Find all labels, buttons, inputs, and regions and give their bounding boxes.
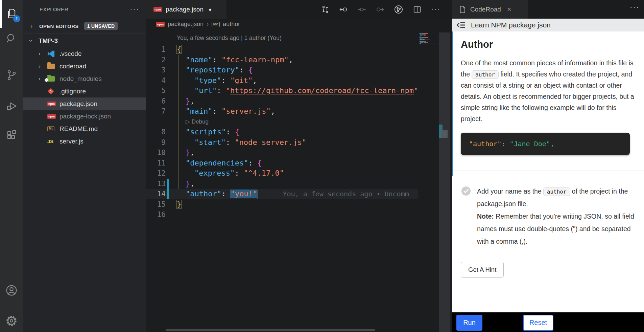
token-pun: : — [239, 66, 248, 74]
token-ybr: { — [177, 45, 181, 53]
dirty-indicator[interactable]: ● — [209, 6, 212, 12]
line-number: 13 — [146, 179, 166, 189]
task-item: Add your name as theauthorof the project… — [461, 185, 637, 248]
line-number: 12 — [146, 168, 166, 179]
line-number: 10 — [146, 148, 166, 158]
git-blame-header: You, a few seconds ago | 1 author (You) — [177, 35, 282, 42]
token-key: "repository" — [186, 66, 239, 74]
tree-item-package-json[interactable]: npmpackage.json — [23, 97, 146, 110]
lesson-content: Author One of the most common pieces of … — [452, 31, 644, 312]
breadcrumb: npm package.json › abc author — [146, 19, 452, 30]
code-line-6[interactable]: 6}, — [146, 96, 418, 107]
code-line-15[interactable]: 15} — [146, 199, 418, 210]
run-button[interactable]: Run — [456, 315, 482, 331]
folder-icon — [47, 64, 55, 69]
menu-collapse-icon[interactable] — [455, 19, 467, 31]
activity-account-button[interactable] — [0, 279, 23, 302]
reset-button[interactable]: Reset — [523, 315, 553, 331]
breadcrumb-file[interactable]: package.json — [168, 21, 204, 28]
panel-resize-sash[interactable] — [452, 31, 453, 176]
code-line-4[interactable]: 4"type": "git", — [146, 75, 418, 86]
code-line-1[interactable]: 1{ — [146, 44, 418, 55]
code-line-5[interactable]: 5"url": "https://github.com/coderoad/fcc… — [146, 86, 418, 96]
inline-git-blame: You, a few seconds ago • Uncomm — [283, 190, 409, 198]
vscode-icon — [47, 50, 55, 58]
line-number: 1 — [146, 44, 166, 55]
horizontal-scrollbar-handle[interactable] — [166, 329, 375, 331]
explorer-more-actions[interactable]: ··· — [130, 8, 139, 11]
token-pun: : — [212, 56, 221, 64]
activity-extensions-button[interactable] — [0, 124, 23, 147]
breadcrumb-symbol[interactable]: author — [223, 21, 240, 28]
tree-item-server-js[interactable]: JSserver.js — [23, 135, 146, 148]
tree-item--gitignore[interactable]: .gitignore — [23, 85, 146, 97]
tree-item--vscode[interactable]: ›.vscode — [23, 47, 146, 60]
code-comma: , — [550, 140, 554, 148]
workspace-root-row[interactable]: › TMP-3 — [23, 34, 146, 47]
activity-explorer-button[interactable]: 1 — [0, 2, 23, 25]
split-editor-icon[interactable] — [413, 5, 422, 14]
tree-item-readme-md[interactable]: M↓README.md — [23, 123, 146, 135]
token-pink: } — [186, 148, 190, 157]
code-line-9[interactable]: 9"start": "node server.js" — [146, 137, 418, 148]
navigate-forward-icon[interactable] — [376, 5, 384, 14]
minimap[interactable] — [418, 32, 439, 46]
token-key: "author" — [186, 190, 221, 198]
tree-item-node-modules[interactable]: ›node_modules — [23, 72, 146, 85]
vertical-scrollbar[interactable] — [439, 32, 450, 332]
codelens-debug: ▷ Debug — [169, 117, 418, 127]
token-pink: { — [257, 159, 262, 167]
more-actions-icon[interactable]: ··· — [431, 8, 440, 11]
code-line-3[interactable]: 3"repository": { — [146, 65, 418, 75]
workspace-root-label: TMP-3 — [39, 37, 58, 45]
code-value: "Jane Doe" — [509, 140, 550, 148]
close-icon[interactable]: × — [507, 5, 511, 14]
chevron-right-icon: › — [39, 63, 47, 70]
open-editors-section[interactable]: › OPEN EDITORS 1 UNSAVED — [23, 19, 146, 34]
chevron-down-icon: › — [27, 40, 34, 42]
task-text: Add your name as the — [477, 187, 542, 195]
example-code-block: "author": "Jane Doe", — [461, 133, 630, 155]
codelens-row[interactable]: ▷ Debug — [146, 117, 418, 127]
code-line-11[interactable]: 11"dependencies": { — [146, 158, 418, 169]
note-text: Remember that you’re writing JSON, so al… — [477, 213, 634, 245]
token-str: "node server.js" — [235, 138, 306, 147]
code-line-14[interactable]: 14"author": "you!"You, a few seconds ago… — [146, 189, 418, 199]
lesson-heading: Author — [461, 39, 637, 50]
vertical-scrollbar-handle[interactable] — [442, 130, 448, 138]
line-number — [146, 117, 166, 127]
code-line-16[interactable]: 16 — [146, 209, 418, 220]
search-icon — [5, 32, 18, 45]
code-line-2[interactable]: 2"name": "fcc-learn-npm", — [146, 55, 418, 65]
activity-run-debug-button[interactable] — [0, 94, 23, 117]
code-line-13[interactable]: 13}, — [146, 179, 418, 189]
tree-item-coderoad[interactable]: ›coderoad — [23, 60, 146, 72]
activity-settings-button[interactable] — [0, 309, 23, 332]
unsaved-badge: 1 UNSAVED — [84, 22, 118, 30]
activity-search-button[interactable] — [0, 27, 23, 50]
code-line-12[interactable]: 12"express": "^4.17.0" — [146, 168, 418, 179]
text-cursor — [258, 190, 259, 199]
vscode-window: 1 — [0, 0, 644, 332]
panel-more-actions[interactable]: ··· — [630, 5, 639, 9]
get-a-hint-button[interactable]: Get A Hint — [461, 262, 504, 278]
line-number: 14 — [146, 189, 166, 199]
code-line-8[interactable]: 8"scripts": { — [146, 127, 418, 137]
activity-source-control-button[interactable] — [0, 64, 23, 87]
code-line-10[interactable]: 10}, — [146, 148, 418, 158]
tab-package-json[interactable]: npm package.json ● — [146, 0, 226, 19]
token-str: " — [414, 86, 418, 95]
compare-changes-icon[interactable] — [321, 5, 330, 14]
timeline-icon[interactable] — [394, 5, 403, 14]
token-key: "main" — [186, 107, 212, 115]
tab-coderoad[interactable]: CodeRoad × — [452, 0, 528, 19]
tree-item-package-lock-json[interactable]: npmpackage-lock.json — [23, 110, 146, 123]
tree-item-label: server.js — [59, 138, 84, 145]
code-line-7[interactable]: 7"main": "server.js", — [146, 106, 418, 117]
npm-icon: npm — [153, 7, 162, 12]
token-ybr: } — [177, 200, 181, 208]
step-over-icon[interactable] — [357, 5, 366, 14]
tree-item-label: .gitignore — [59, 88, 86, 95]
navigate-back-icon[interactable] — [339, 5, 348, 14]
tab-label: package.json — [166, 6, 204, 13]
